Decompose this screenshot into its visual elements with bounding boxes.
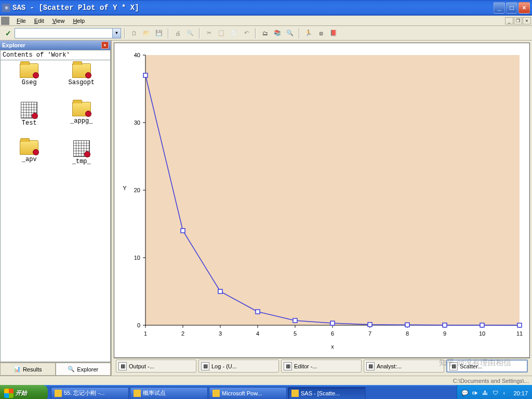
windows-logo-icon xyxy=(4,389,14,398)
tab-explorer[interactable]: 🔍Explorer xyxy=(56,363,111,376)
folder-icon xyxy=(72,63,91,78)
menu-edit[interactable]: Edit xyxy=(30,17,48,25)
explorer-titlebar: Explorer × xyxy=(0,41,111,50)
statusbar: C:\Documents and Settings\... xyxy=(0,376,532,385)
tab-results[interactable]: 📊Results xyxy=(0,363,56,376)
mdi-icon xyxy=(1,17,9,25)
tab-label: Analyst:... xyxy=(377,363,402,369)
file-item[interactable]: _tmp_ xyxy=(56,140,108,178)
chevron-down-icon[interactable]: ▼ xyxy=(112,29,121,38)
svg-text:11: 11 xyxy=(516,330,522,337)
explorer-title-text: Explorer xyxy=(2,42,25,48)
window-tabs: ▦Output -...▦Log - (U...▦Editor -...▦Ana… xyxy=(114,358,530,374)
command-combobox[interactable]: ▼ xyxy=(15,28,121,38)
library-icon[interactable]: 📚 xyxy=(272,28,283,39)
separator xyxy=(199,28,200,38)
svg-text:3: 3 xyxy=(218,330,221,337)
grid-icon xyxy=(73,140,90,157)
svg-rect-38 xyxy=(181,229,185,233)
svg-rect-43 xyxy=(368,322,372,326)
plot-container: 0102030401234567891011xY ▦Output -...▦Lo… xyxy=(112,41,532,376)
undo-icon[interactable]: ↶ xyxy=(241,28,252,39)
svg-text:20: 20 xyxy=(134,187,140,193)
stop-icon[interactable]: ⦻ xyxy=(315,28,327,39)
tab-label: Output -... xyxy=(129,363,154,369)
file-item[interactable]: Test xyxy=(4,102,55,139)
file-item[interactable]: _apv xyxy=(4,140,55,178)
mdi-restore-button[interactable]: ❐ xyxy=(514,17,522,24)
svg-text:9: 9 xyxy=(443,330,446,337)
start-button[interactable]: 开始 xyxy=(0,385,48,399)
taskbar-button[interactable]: Microsoft Pow... xyxy=(209,387,287,400)
close-button[interactable]: × xyxy=(518,2,530,14)
tray-icon[interactable]: 🛡 xyxy=(493,390,500,397)
menu-file[interactable]: File xyxy=(12,17,30,25)
new-icon[interactable]: 🗋 xyxy=(128,28,140,39)
results-icon: 📊 xyxy=(14,366,21,373)
tab-icon: ▦ xyxy=(118,362,127,370)
clock[interactable]: 20:17 xyxy=(513,390,528,396)
svg-rect-40 xyxy=(256,310,260,314)
svg-text:10: 10 xyxy=(478,330,485,337)
options-icon[interactable]: 🔍 xyxy=(284,28,296,39)
separator xyxy=(124,28,125,38)
cut-icon[interactable]: ✂ xyxy=(203,28,215,39)
run-icon[interactable]: 🏃 xyxy=(303,28,314,39)
taskbar-button[interactable]: 55. 忘记小刚 -... xyxy=(51,387,129,400)
file-item[interactable]: Gseg xyxy=(4,63,55,101)
app-icon xyxy=(212,390,220,397)
tab-label: Scatter... xyxy=(460,363,482,369)
minimize-button[interactable]: _ xyxy=(494,2,505,14)
tray-icon[interactable]: 🖧 xyxy=(482,390,489,397)
file-item[interactable]: _appg_ xyxy=(56,102,108,139)
tab-label: Editor -... xyxy=(294,363,317,369)
maximize-button[interactable]: □ xyxy=(506,2,517,14)
preview-icon[interactable]: 🔍 xyxy=(184,28,196,39)
explorer-icon-area: GsegSasgoptTest_appg__apv_tmp_ xyxy=(0,60,111,362)
tray-icon[interactable]: 💬 xyxy=(461,390,469,397)
svg-text:2: 2 xyxy=(181,330,184,337)
svg-text:7: 7 xyxy=(368,330,371,337)
tab-label: Log - (U... xyxy=(211,363,237,369)
open-icon[interactable]: 📂 xyxy=(141,28,152,39)
window-tab[interactable]: ▦Analyst:... xyxy=(364,360,444,373)
copy-icon[interactable]: 📋 xyxy=(216,28,227,39)
explorer-icon[interactable]: 🗂 xyxy=(259,28,271,39)
file-label: Gseg xyxy=(22,79,37,86)
svg-rect-37 xyxy=(143,73,148,77)
window-titlebar: ✳ SAS - [Scatter Plot of Y * X] _ □ × xyxy=(0,0,532,16)
explorer-close-button[interactable]: × xyxy=(101,42,109,49)
taskbar-button[interactable]: 概率试点 xyxy=(130,387,208,400)
folder-icon xyxy=(20,140,38,155)
tray-arrow-icon[interactable]: ‹ xyxy=(503,390,510,397)
menu-help[interactable]: Help xyxy=(69,17,89,25)
menu-view[interactable]: View xyxy=(48,17,69,25)
file-label: Test xyxy=(22,119,37,127)
svg-text:x: x xyxy=(331,343,334,350)
window-tab[interactable]: ▦Scatter... xyxy=(446,360,528,373)
save-icon[interactable]: 💾 xyxy=(153,28,165,39)
window-tab[interactable]: ▦Editor -... xyxy=(281,360,362,373)
svg-text:40: 40 xyxy=(134,52,140,58)
taskbar-button[interactable]: SAS - [Scatte... xyxy=(288,387,366,400)
svg-text:30: 30 xyxy=(134,119,140,126)
window-tab[interactable]: ▦Output -... xyxy=(116,360,196,373)
system-tray: 💬 🕪 🖧 🛡 ‹ 20:17 xyxy=(457,385,532,399)
paste-icon[interactable]: 📄 xyxy=(228,28,240,39)
mdi-minimize-button[interactable]: _ xyxy=(505,17,513,24)
explorer-tab-icon: 🔍 xyxy=(68,366,75,373)
tab-icon: ▦ xyxy=(284,362,292,370)
svg-rect-41 xyxy=(293,318,297,322)
file-label: Sasgopt xyxy=(69,79,95,86)
svg-text:10: 10 xyxy=(134,255,140,261)
file-item[interactable]: Sasgopt xyxy=(56,63,108,101)
submit-icon[interactable]: ✓ xyxy=(3,29,14,37)
scatter-plot: 0102030401234567891011xY xyxy=(117,47,527,354)
tray-icon[interactable]: 🕪 xyxy=(472,390,479,397)
window-tab[interactable]: ▦Log - (U... xyxy=(198,360,279,373)
svg-rect-42 xyxy=(330,321,335,325)
svg-text:0: 0 xyxy=(137,322,140,328)
mdi-close-button[interactable]: × xyxy=(523,17,531,24)
help-icon[interactable]: 📕 xyxy=(328,28,339,39)
print-icon[interactable]: 🖨 xyxy=(172,28,183,39)
